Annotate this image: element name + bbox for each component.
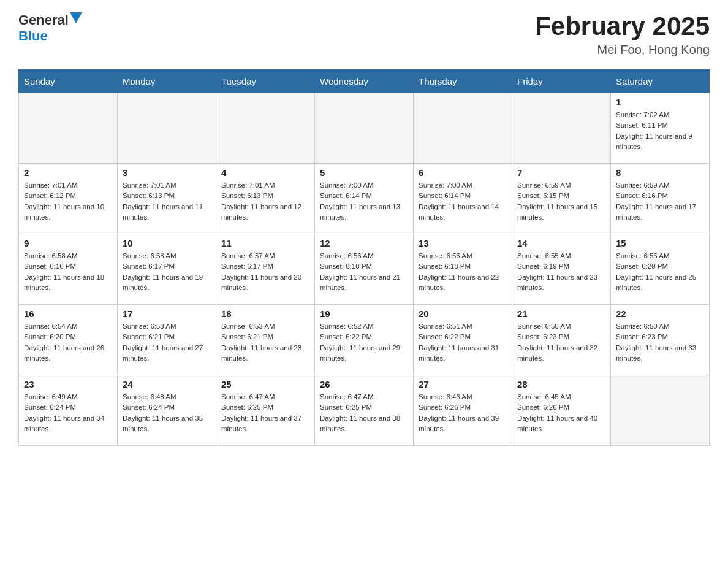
calendar-cell: 17Sunrise: 6:53 AMSunset: 6:21 PMDayligh… — [118, 305, 216, 375]
cell-sun-info: Sunrise: 6:55 AMSunset: 6:19 PMDaylight:… — [517, 251, 605, 293]
calendar-cell: 27Sunrise: 6:46 AMSunset: 6:26 PMDayligh… — [414, 375, 512, 446]
calendar-cell — [611, 375, 710, 446]
cell-sun-info: Sunrise: 6:45 AMSunset: 6:26 PMDaylight:… — [517, 392, 605, 434]
cell-day-number: 21 — [517, 308, 605, 319]
calendar-cell — [118, 93, 216, 164]
logo: General Blue — [18, 12, 82, 44]
day-header-thursday: Thursday — [414, 70, 512, 93]
calendar-week-row: 9Sunrise: 6:58 AMSunset: 6:16 PMDaylight… — [19, 234, 710, 305]
calendar-cell: 9Sunrise: 6:58 AMSunset: 6:16 PMDaylight… — [19, 234, 118, 305]
cell-day-number: 27 — [419, 379, 507, 389]
cell-day-number: 5 — [320, 167, 408, 178]
cell-day-number: 24 — [123, 379, 211, 389]
cell-day-number: 16 — [24, 308, 112, 319]
cell-day-number: 6 — [419, 167, 507, 178]
calendar-cell — [315, 93, 414, 164]
cell-sun-info: Sunrise: 7:01 AMSunset: 6:13 PMDaylight:… — [221, 180, 309, 223]
cell-sun-info: Sunrise: 6:53 AMSunset: 6:21 PMDaylight:… — [221, 321, 309, 364]
calendar-week-row: 1Sunrise: 7:02 AMSunset: 6:11 PMDaylight… — [19, 93, 710, 164]
cell-sun-info: Sunrise: 6:58 AMSunset: 6:16 PMDaylight:… — [24, 251, 112, 293]
cell-sun-info: Sunrise: 6:56 AMSunset: 6:18 PMDaylight:… — [320, 251, 408, 293]
title-section: February 2025 Mei Foo, Hong Kong — [535, 12, 710, 57]
cell-sun-info: Sunrise: 6:51 AMSunset: 6:22 PMDaylight:… — [419, 321, 507, 364]
calendar-cell — [512, 93, 611, 164]
cell-day-number: 12 — [320, 238, 408, 248]
day-header-saturday: Saturday — [611, 70, 710, 93]
cell-sun-info: Sunrise: 6:54 AMSunset: 6:20 PMDaylight:… — [24, 321, 112, 364]
logo-general-text: General — [18, 12, 69, 28]
cell-day-number: 18 — [221, 308, 309, 319]
svg-marker-0 — [70, 12, 82, 23]
calendar-cell: 3Sunrise: 7:01 AMSunset: 6:13 PMDaylight… — [118, 164, 216, 234]
day-header-friday: Friday — [512, 70, 611, 93]
cell-sun-info: Sunrise: 6:59 AMSunset: 6:16 PMDaylight:… — [616, 180, 704, 223]
cell-day-number: 2 — [24, 167, 112, 178]
cell-sun-info: Sunrise: 6:59 AMSunset: 6:15 PMDaylight:… — [517, 180, 605, 223]
cell-day-number: 19 — [320, 308, 408, 319]
logo-triangle-icon — [70, 12, 82, 25]
calendar-cell: 14Sunrise: 6:55 AMSunset: 6:19 PMDayligh… — [512, 234, 611, 305]
cell-sun-info: Sunrise: 6:55 AMSunset: 6:20 PMDaylight:… — [616, 251, 704, 293]
day-header-wednesday: Wednesday — [315, 70, 414, 93]
cell-sun-info: Sunrise: 6:49 AMSunset: 6:24 PMDaylight:… — [24, 392, 112, 434]
cell-day-number: 22 — [616, 308, 704, 319]
calendar-cell: 11Sunrise: 6:57 AMSunset: 6:17 PMDayligh… — [216, 234, 315, 305]
cell-day-number: 15 — [616, 238, 704, 248]
day-header-tuesday: Tuesday — [216, 70, 315, 93]
cell-day-number: 28 — [517, 379, 605, 389]
calendar-cell: 7Sunrise: 6:59 AMSunset: 6:15 PMDaylight… — [512, 164, 611, 234]
calendar-table: SundayMondayTuesdayWednesdayThursdayFrid… — [18, 69, 710, 446]
cell-day-number: 7 — [517, 167, 605, 178]
cell-day-number: 14 — [517, 238, 605, 248]
cell-day-number: 20 — [419, 308, 507, 319]
calendar-cell: 25Sunrise: 6:47 AMSunset: 6:25 PMDayligh… — [216, 375, 315, 446]
calendar-cell: 8Sunrise: 6:59 AMSunset: 6:16 PMDaylight… — [611, 164, 710, 234]
logo-blue-text: Blue — [18, 28, 48, 44]
cell-day-number: 26 — [320, 379, 408, 389]
cell-sun-info: Sunrise: 7:00 AMSunset: 6:14 PMDaylight:… — [419, 180, 507, 223]
cell-day-number: 9 — [24, 238, 112, 248]
page-header: General Blue February 2025 Mei Foo, Hong… — [18, 12, 710, 57]
cell-day-number: 25 — [221, 379, 309, 389]
calendar-cell: 1Sunrise: 7:02 AMSunset: 6:11 PMDaylight… — [611, 93, 710, 164]
cell-sun-info: Sunrise: 6:47 AMSunset: 6:25 PMDaylight:… — [320, 392, 408, 434]
cell-sun-info: Sunrise: 6:46 AMSunset: 6:26 PMDaylight:… — [419, 392, 507, 434]
calendar-cell: 28Sunrise: 6:45 AMSunset: 6:26 PMDayligh… — [512, 375, 611, 446]
cell-sun-info: Sunrise: 6:50 AMSunset: 6:23 PMDaylight:… — [517, 321, 605, 364]
day-header-monday: Monday — [118, 70, 216, 93]
calendar-cell: 2Sunrise: 7:01 AMSunset: 6:12 PMDaylight… — [19, 164, 118, 234]
cell-day-number: 1 — [616, 97, 704, 107]
calendar-cell: 22Sunrise: 6:50 AMSunset: 6:23 PMDayligh… — [611, 305, 710, 375]
calendar-cell: 10Sunrise: 6:58 AMSunset: 6:17 PMDayligh… — [118, 234, 216, 305]
cell-sun-info: Sunrise: 7:00 AMSunset: 6:14 PMDaylight:… — [320, 180, 408, 223]
cell-sun-info: Sunrise: 6:47 AMSunset: 6:25 PMDaylight:… — [221, 392, 309, 434]
cell-sun-info: Sunrise: 6:58 AMSunset: 6:17 PMDaylight:… — [123, 251, 211, 293]
calendar-cell: 6Sunrise: 7:00 AMSunset: 6:14 PMDaylight… — [414, 164, 512, 234]
calendar-cell: 26Sunrise: 6:47 AMSunset: 6:25 PMDayligh… — [315, 375, 414, 446]
cell-sun-info: Sunrise: 6:57 AMSunset: 6:17 PMDaylight:… — [221, 251, 309, 293]
calendar-cell: 16Sunrise: 6:54 AMSunset: 6:20 PMDayligh… — [19, 305, 118, 375]
calendar-cell: 19Sunrise: 6:52 AMSunset: 6:22 PMDayligh… — [315, 305, 414, 375]
cell-sun-info: Sunrise: 6:53 AMSunset: 6:21 PMDaylight:… — [123, 321, 211, 364]
cell-sun-info: Sunrise: 6:50 AMSunset: 6:23 PMDaylight:… — [616, 321, 704, 364]
calendar-cell — [19, 93, 118, 164]
cell-sun-info: Sunrise: 6:52 AMSunset: 6:22 PMDaylight:… — [320, 321, 408, 364]
calendar-cell — [216, 93, 315, 164]
cell-sun-info: Sunrise: 6:48 AMSunset: 6:24 PMDaylight:… — [123, 392, 211, 434]
calendar-title: February 2025 — [535, 12, 710, 40]
calendar-cell: 20Sunrise: 6:51 AMSunset: 6:22 PMDayligh… — [414, 305, 512, 375]
calendar-cell: 21Sunrise: 6:50 AMSunset: 6:23 PMDayligh… — [512, 305, 611, 375]
calendar-cell: 5Sunrise: 7:00 AMSunset: 6:14 PMDaylight… — [315, 164, 414, 234]
cell-sun-info: Sunrise: 7:01 AMSunset: 6:13 PMDaylight:… — [123, 180, 211, 223]
cell-day-number: 23 — [24, 379, 112, 389]
cell-day-number: 17 — [123, 308, 211, 319]
cell-sun-info: Sunrise: 6:56 AMSunset: 6:18 PMDaylight:… — [419, 251, 507, 293]
cell-day-number: 11 — [221, 238, 309, 248]
calendar-week-row: 2Sunrise: 7:01 AMSunset: 6:12 PMDaylight… — [19, 164, 710, 234]
cell-sun-info: Sunrise: 7:02 AMSunset: 6:11 PMDaylight:… — [616, 110, 704, 152]
calendar-week-row: 16Sunrise: 6:54 AMSunset: 6:20 PMDayligh… — [19, 305, 710, 375]
calendar-cell: 24Sunrise: 6:48 AMSunset: 6:24 PMDayligh… — [118, 375, 216, 446]
calendar-cell: 12Sunrise: 6:56 AMSunset: 6:18 PMDayligh… — [315, 234, 414, 305]
cell-day-number: 3 — [123, 167, 211, 178]
calendar-cell: 15Sunrise: 6:55 AMSunset: 6:20 PMDayligh… — [611, 234, 710, 305]
